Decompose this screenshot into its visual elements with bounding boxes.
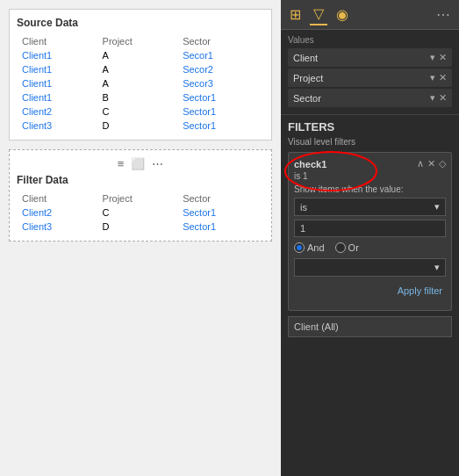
visual-level-label: Visual level filters (288, 137, 452, 147)
or-radio-circle (335, 242, 346, 253)
toolbar-more-icon[interactable]: ⋯ (152, 157, 163, 170)
source-cell: B (97, 90, 178, 105)
source-cell: Sector1 (177, 90, 264, 105)
source-cell: Client1 (17, 90, 97, 105)
sector-close-icon[interactable]: ✕ (439, 92, 447, 104)
source-col-client: Client (17, 34, 97, 48)
client-all-field[interactable]: Client (All) (288, 316, 452, 337)
toolbar-lines-icon[interactable]: ≡ (118, 157, 125, 170)
left-panel: Source Data Client Project Sector Client… (0, 0, 281, 476)
client-all-label: Client (All) (294, 321, 339, 332)
apply-filter-button[interactable]: Apply filter (394, 282, 446, 299)
and-radio[interactable]: And (294, 242, 325, 253)
right-panel-tabs: ⊞ ▽ ◉ ⋯ (281, 0, 459, 30)
analytics-tab-icon[interactable]: ◉ (333, 4, 352, 25)
filter-col-client: Client (17, 191, 97, 206)
source-cell: Secor2 (177, 62, 264, 76)
filter-cell: Client2 (17, 206, 97, 220)
source-cell: Client1 (17, 48, 97, 62)
filter-cell: C (97, 206, 178, 220)
filter-value: is 1 (294, 171, 446, 181)
field-sector-name: Sector (293, 93, 321, 104)
condition-dropdown[interactable]: is ▾ (294, 198, 446, 216)
table-row: Client1ASecor2 (17, 62, 264, 76)
field-row-project: Project ▾ ✕ (288, 69, 452, 87)
table-row: Client2CSector1 (17, 206, 264, 220)
filter-card-wrapper: check1 ∧ ✕ ◇ is 1 Show items when the va… (288, 152, 452, 311)
table-row: Client1BSector1 (17, 90, 264, 105)
source-cell: A (97, 62, 178, 76)
filter-toolbar: ≡ ⬜ ⋯ (17, 157, 264, 170)
sector-dropdown-icon[interactable]: ▾ (430, 92, 435, 104)
filter-card-check1: check1 ∧ ✕ ◇ is 1 Show items when the va… (288, 152, 452, 311)
client-dropdown-icon[interactable]: ▾ (430, 52, 435, 63)
second-condition-value (300, 263, 303, 273)
source-cell: C (97, 105, 178, 119)
filter-data-container: ≡ ⬜ ⋯ Filter Data Client Project Sector … (9, 149, 272, 242)
table-row: Client3DSector1 (17, 220, 264, 234)
apply-btn-container: Apply filter (294, 282, 446, 299)
or-label: Or (348, 242, 359, 253)
more-options-icon[interactable]: ⋯ (433, 4, 454, 25)
field-client-actions: ▾ ✕ (430, 52, 447, 63)
or-radio[interactable]: Or (335, 242, 359, 253)
and-or-row: And Or (294, 242, 446, 253)
filter-eraser-icon[interactable]: ◇ (439, 158, 446, 169)
condition-chevron-icon: ▾ (434, 201, 440, 213)
filter-col-sector: Sector (177, 191, 264, 206)
field-project-actions: ▾ ✕ (430, 72, 447, 83)
source-cell: Sector1 (177, 105, 264, 119)
field-client-name: Client (293, 53, 318, 63)
filter-cell: Sector1 (177, 206, 264, 220)
filter-tab-icon[interactable]: ▽ (310, 4, 327, 25)
condition-value: is (300, 202, 307, 213)
values-section: Values Client ▾ ✕ Project ▾ ✕ Sector ▾ ✕ (281, 30, 459, 115)
filter-card-icons: ∧ ✕ ◇ (417, 158, 446, 169)
field-sector-actions: ▾ ✕ (430, 92, 447, 104)
field-project-name: Project (293, 73, 323, 83)
filter-cell: Client3 (17, 220, 97, 234)
table-row: Client3DSector1 (17, 119, 264, 133)
right-panel: ⊞ ▽ ◉ ⋯ Values Client ▾ ✕ Project ▾ ✕ Se… (281, 0, 459, 476)
filter-table-title: Filter Data (17, 174, 264, 186)
source-cell: A (97, 76, 178, 90)
filter-card-header: check1 ∧ ✕ ◇ (294, 158, 446, 169)
second-condition-chevron-icon: ▾ (434, 262, 440, 273)
field-row-sector: Sector ▾ ✕ (288, 89, 452, 107)
source-cell: Client2 (17, 105, 97, 119)
and-label: And (307, 242, 325, 253)
project-dropdown-icon[interactable]: ▾ (430, 72, 435, 83)
source-cell: Client3 (17, 119, 97, 133)
field-row-client: Client ▾ ✕ (288, 48, 452, 67)
filters-title: FILTERS (288, 120, 452, 133)
project-close-icon[interactable]: ✕ (439, 72, 447, 83)
fields-tab-icon[interactable]: ⊞ (286, 4, 305, 25)
source-cell: Client1 (17, 62, 97, 76)
source-data-container: Source Data Client Project Sector Client… (9, 9, 272, 141)
condition-value-input[interactable]: 1 (294, 220, 446, 237)
source-col-sector: Sector (177, 34, 264, 48)
values-label: Values (288, 35, 452, 45)
and-radio-circle (294, 242, 305, 253)
table-row: Client2CSector1 (17, 105, 264, 119)
source-table: Client Project Sector Client1ASecor1Clie… (17, 34, 264, 133)
filter-col-project: Project (97, 191, 178, 206)
filter-cell: D (97, 220, 178, 234)
source-col-project: Project (97, 34, 178, 48)
second-condition-dropdown[interactable]: ▾ (294, 258, 446, 277)
client-close-icon[interactable]: ✕ (439, 52, 447, 63)
show-items-label: Show items when the value: (294, 184, 446, 194)
filter-cell: Sector1 (177, 220, 264, 234)
source-cell: Sector1 (177, 119, 264, 133)
filter-collapse-icon[interactable]: ∧ (417, 158, 424, 169)
table-row: Client1ASecor1 (17, 48, 264, 62)
filter-remove-icon[interactable]: ✕ (427, 158, 435, 169)
toolbar-expand-icon[interactable]: ⬜ (131, 157, 145, 170)
filter-card-name: check1 (294, 159, 326, 169)
filter-table: Client Project Sector Client2CSector1Cli… (17, 191, 264, 234)
filters-section: FILTERS Visual level filters check1 ∧ ✕ … (281, 115, 459, 476)
source-cell: A (97, 48, 178, 62)
source-cell: D (97, 119, 178, 133)
table-row: Client1ASecor3 (17, 76, 264, 90)
source-table-title: Source Data (17, 17, 264, 29)
